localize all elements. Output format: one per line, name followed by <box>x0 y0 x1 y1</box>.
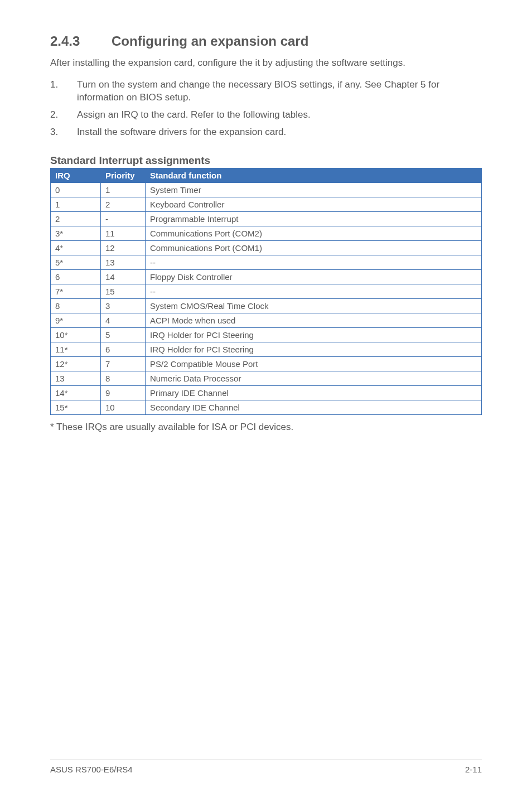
step-item: 2.Assign an IRQ to the card. Refer to th… <box>50 109 482 122</box>
col-header-function: Standard function <box>146 168 482 182</box>
cell-irq: 4* <box>51 240 101 255</box>
table-row: 10*5IRQ Holder for PCI Steering <box>51 327 482 342</box>
page-footer: ASUS RS700-E6/RS4 2-11 <box>50 760 482 774</box>
cell-irq: 12* <box>51 356 101 371</box>
footer-page-number: 2-11 <box>465 765 482 774</box>
table-row: 614Floppy Disk Controller <box>51 269 482 284</box>
cell-priority: - <box>101 211 146 226</box>
table-row: 9*4ACPI Mode when used <box>51 313 482 327</box>
spacer <box>50 433 482 760</box>
cell-priority: 14 <box>101 269 146 284</box>
step-number: 2. <box>50 109 77 122</box>
col-header-priority: Priority <box>101 168 146 182</box>
cell-priority: 3 <box>101 298 146 313</box>
cell-irq: 7* <box>51 284 101 298</box>
cell-function: Numeric Data Processor <box>146 371 482 385</box>
cell-function: -- <box>146 255 482 269</box>
cell-function: Secondary IDE Channel <box>146 400 482 414</box>
cell-irq: 15* <box>51 400 101 414</box>
cell-priority: 7 <box>101 356 146 371</box>
cell-priority: 10 <box>101 400 146 414</box>
table-row: 01System Timer <box>51 182 482 197</box>
cell-priority: 1 <box>101 182 146 197</box>
cell-priority: 12 <box>101 240 146 255</box>
cell-irq: 13 <box>51 371 101 385</box>
cell-irq: 3* <box>51 226 101 240</box>
step-text: Install the software drivers for the exp… <box>77 126 286 139</box>
cell-priority: 2 <box>101 197 146 211</box>
table-row: 138Numeric Data Processor <box>51 371 482 385</box>
cell-irq: 14* <box>51 385 101 400</box>
cell-function: ACPI Mode when used <box>146 313 482 327</box>
cell-priority: 8 <box>101 371 146 385</box>
cell-irq: 2 <box>51 211 101 226</box>
cell-function: Communications Port (COM2) <box>146 226 482 240</box>
cell-function: Primary IDE Channel <box>146 385 482 400</box>
col-header-irq: IRQ <box>51 168 101 182</box>
cell-priority: 4 <box>101 313 146 327</box>
cell-function: IRQ Holder for PCI Steering <box>146 327 482 342</box>
table-row: 83System CMOS/Real Time Clock <box>51 298 482 313</box>
cell-function: PS/2 Compatible Mouse Port <box>146 356 482 371</box>
step-text: Assign an IRQ to the card. Refer to the … <box>77 109 311 122</box>
cell-priority: 5 <box>101 327 146 342</box>
table-row: 12*7PS/2 Compatible Mouse Port <box>51 356 482 371</box>
cell-function: System Timer <box>146 182 482 197</box>
table-row: 7*15-- <box>51 284 482 298</box>
cell-irq: 6 <box>51 269 101 284</box>
table-header-row: IRQ Priority Standard function <box>51 168 482 182</box>
cell-function: System CMOS/Real Time Clock <box>146 298 482 313</box>
cell-function: Keyboard Controller <box>146 197 482 211</box>
cell-irq: 9* <box>51 313 101 327</box>
cell-function: Communications Port (COM1) <box>146 240 482 255</box>
cell-irq: 10* <box>51 327 101 342</box>
steps-list: 1.Turn on the system and change the nece… <box>50 79 482 143</box>
intro-paragraph: After installing the expansion card, con… <box>50 57 482 70</box>
step-number: 3. <box>50 126 77 139</box>
cell-priority: 13 <box>101 255 146 269</box>
cell-function: Programmable Interrupt <box>146 211 482 226</box>
cell-function: IRQ Holder for PCI Steering <box>146 342 482 356</box>
table-footnote: * These IRQs are usually available for I… <box>50 422 482 433</box>
section-title: Configuring an expansion card <box>112 33 308 49</box>
section-heading: 2.4.3Configuring an expansion card <box>50 33 482 49</box>
table-row: 5*13-- <box>51 255 482 269</box>
cell-function: -- <box>146 284 482 298</box>
table-row: 4*12Communications Port (COM1) <box>51 240 482 255</box>
cell-priority: 6 <box>101 342 146 356</box>
irq-table: IRQ Priority Standard function 01System … <box>50 168 482 415</box>
table-title: Standard Interrupt assignments <box>50 154 482 167</box>
table-row: 15*10Secondary IDE Channel <box>51 400 482 414</box>
cell-irq: 5* <box>51 255 101 269</box>
cell-irq: 11* <box>51 342 101 356</box>
table-row: 12Keyboard Controller <box>51 197 482 211</box>
cell-function: Floppy Disk Controller <box>146 269 482 284</box>
table-row: 3*11Communications Port (COM2) <box>51 226 482 240</box>
cell-irq: 1 <box>51 197 101 211</box>
cell-irq: 8 <box>51 298 101 313</box>
section-number: 2.4.3 <box>50 33 112 49</box>
cell-priority: 11 <box>101 226 146 240</box>
cell-priority: 9 <box>101 385 146 400</box>
cell-priority: 15 <box>101 284 146 298</box>
table-row: 2-Programmable Interrupt <box>51 211 482 226</box>
cell-irq: 0 <box>51 182 101 197</box>
step-item: 3.Install the software drivers for the e… <box>50 126 482 139</box>
table-row: 14*9Primary IDE Channel <box>51 385 482 400</box>
footer-product: ASUS RS700-E6/RS4 <box>50 765 133 774</box>
step-item: 1.Turn on the system and change the nece… <box>50 79 482 104</box>
table-row: 11*6IRQ Holder for PCI Steering <box>51 342 482 356</box>
step-text: Turn on the system and change the necess… <box>77 79 482 104</box>
step-number: 1. <box>50 79 77 104</box>
